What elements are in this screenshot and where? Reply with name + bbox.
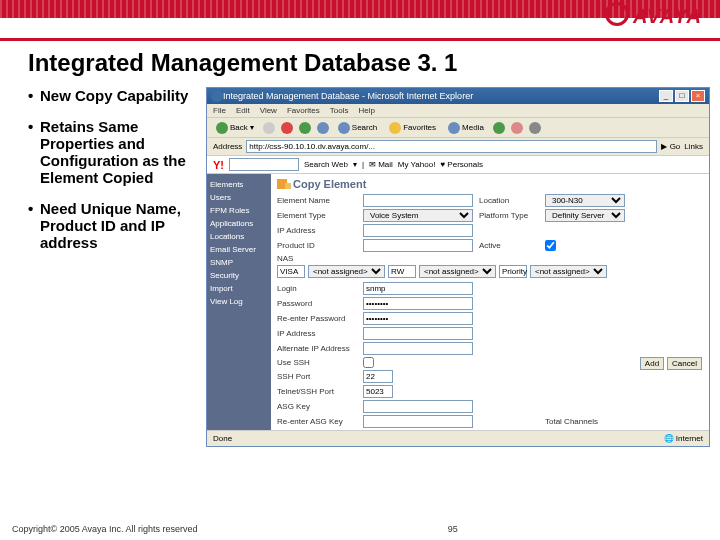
element-name-input[interactable] <box>363 194 473 207</box>
label-telnet-port: Telnet/SSH Port <box>277 387 357 396</box>
browser-window: Integrated Management Database - Microso… <box>206 87 710 447</box>
label-element-type: Element Type <box>277 211 357 220</box>
asg-key-input[interactable] <box>363 400 473 413</box>
yahoo-personals[interactable]: ♥ Personals <box>440 160 483 169</box>
active-checkbox[interactable] <box>545 240 556 251</box>
ie-icon <box>211 90 223 102</box>
url-input[interactable] <box>246 140 657 153</box>
sidebar-item-import[interactable]: Import <box>210 282 268 295</box>
label-product-id: Product ID <box>277 241 357 250</box>
rw-select-3[interactable]: <not assigned> <box>530 265 607 278</box>
sidebar-item-snmp[interactable]: SNMP <box>210 256 268 269</box>
search-icon <box>338 122 350 134</box>
label-reenter-asg: Re-enter ASG Key <box>277 417 357 426</box>
yahoo-logo[interactable]: Y! <box>213 159 224 171</box>
rw-select-1[interactable]: <not assigned> <box>308 265 385 278</box>
rw-select-2[interactable]: <not assigned> <box>419 265 496 278</box>
bullet-item: Need Unique Name, Product ID and IP addr… <box>28 200 206 251</box>
yahoo-mail[interactable]: ✉ Mail <box>369 160 393 169</box>
ip-address2-input[interactable] <box>363 327 473 340</box>
element-type-select[interactable]: Voice System <box>363 209 473 222</box>
platform-type-select[interactable]: Definity Server G <box>545 209 625 222</box>
menu-tools[interactable]: Tools <box>330 106 349 115</box>
sidebar-item-emailserver[interactable]: Email Server <box>210 243 268 256</box>
label-platform-type: Platform Type <box>479 211 539 220</box>
menu-favorites[interactable]: Favorites <box>287 106 320 115</box>
favorites-button[interactable]: Favorites <box>386 121 439 135</box>
reenter-asg-input[interactable] <box>363 415 473 428</box>
login-input[interactable] <box>363 282 473 295</box>
back-icon <box>216 122 228 134</box>
menu-file[interactable]: File <box>213 106 226 115</box>
yahoo-toolbar: Y! Search Web ▾ | ✉ Mail My Yahoo! ♥ Per… <box>207 156 709 174</box>
ssh-port-input[interactable] <box>363 370 393 383</box>
rw-label: RW <box>388 265 416 278</box>
media-icon <box>448 122 460 134</box>
menu-help[interactable]: Help <box>358 106 374 115</box>
password-input[interactable] <box>363 297 473 310</box>
media-button[interactable]: Media <box>445 121 487 135</box>
mail-icon[interactable] <box>511 122 523 134</box>
product-id-input[interactable] <box>363 239 473 252</box>
menu-view[interactable]: View <box>260 106 277 115</box>
label-password: Password <box>277 299 357 308</box>
home-icon[interactable] <box>317 122 329 134</box>
visa-label: VISA <box>277 265 305 278</box>
copyright: Copyright© 2005 Avaya Inc. All rights re… <box>12 524 198 534</box>
sidebar-item-viewlog[interactable]: View Log <box>210 295 268 308</box>
maximize-button[interactable]: □ <box>675 90 689 102</box>
label-login: Login <box>277 284 357 293</box>
refresh-icon[interactable] <box>299 122 311 134</box>
links-label[interactable]: Links <box>684 142 703 151</box>
divider <box>0 38 720 41</box>
menu-edit[interactable]: Edit <box>236 106 250 115</box>
search-button[interactable]: Search <box>335 121 380 135</box>
status-bar: Done 🌐 Internet <box>207 430 709 446</box>
slide-title: Integrated Management Database 3. 1 <box>28 49 720 77</box>
label-use-ssh: Use SSH <box>277 358 357 367</box>
reenter-password-input[interactable] <box>363 312 473 325</box>
label-asg-key: ASG Key <box>277 402 357 411</box>
sidebar-item-applications[interactable]: Applications <box>210 217 268 230</box>
back-button[interactable]: Back ▾ <box>213 121 257 135</box>
close-button[interactable]: × <box>691 90 705 102</box>
avaya-logo: AVAYA <box>605 2 702 28</box>
ip-address-input[interactable] <box>363 224 473 237</box>
label-ip-address: IP Address <box>277 226 357 235</box>
stop-icon[interactable] <box>281 122 293 134</box>
label-ssh-port: SSH Port <box>277 372 357 381</box>
print-icon[interactable] <box>529 122 541 134</box>
search-web-button[interactable]: Search Web <box>304 160 348 169</box>
star-icon <box>389 122 401 134</box>
alternate-ip-input[interactable] <box>363 342 473 355</box>
sidebar-item-elements[interactable]: Elements <box>210 178 268 191</box>
forward-icon[interactable] <box>263 122 275 134</box>
sidebar-item-locations[interactable]: Locations <box>210 230 268 243</box>
label-active: Active <box>479 241 539 250</box>
label-nas: NAS <box>277 254 357 263</box>
telnet-port-input[interactable] <box>363 385 393 398</box>
page-number: 95 <box>448 524 458 534</box>
priority-label: Priority <box>499 265 527 278</box>
go-button[interactable]: ▶ Go <box>661 142 680 151</box>
label-ip-address2: IP Address <box>277 329 357 338</box>
bullet-item: Retains Same Properties and Configuratio… <box>28 118 206 186</box>
bullet-list: New Copy Capability Retains Same Propert… <box>28 87 206 447</box>
use-ssh-checkbox[interactable] <box>363 357 374 368</box>
cancel-button[interactable]: Cancel <box>667 357 702 370</box>
sidebar-item-users[interactable]: Users <box>210 191 268 204</box>
bullet-item: New Copy Capability <box>28 87 206 104</box>
footer: Copyright© 2005 Avaya Inc. All rights re… <box>12 524 708 534</box>
add-button[interactable]: Add <box>640 357 664 370</box>
location-select[interactable]: 300-N30 <box>545 194 625 207</box>
minimize-button[interactable]: _ <box>659 90 673 102</box>
label-total-channels: Total Channels <box>545 417 625 426</box>
sidebar-item-fpmroles[interactable]: FPM Roles <box>210 204 268 217</box>
address-label: Address <box>213 142 242 151</box>
status-done: Done <box>213 434 232 443</box>
sidebar-item-security[interactable]: Security <box>210 269 268 282</box>
history-icon[interactable] <box>493 122 505 134</box>
yahoo-search-input[interactable] <box>229 158 299 171</box>
window-title: Integrated Management Database - Microso… <box>223 91 657 101</box>
yahoo-my[interactable]: My Yahoo! <box>398 160 436 169</box>
